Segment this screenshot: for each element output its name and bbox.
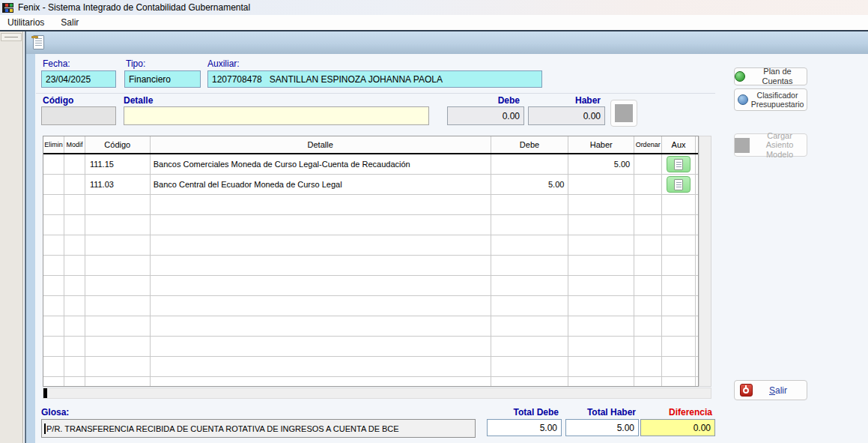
title-bar: Fenix - Sistema Integrado de Contabilida…	[0, 0, 868, 15]
header-aux[interactable]: Aux	[662, 136, 696, 153]
cell-modif[interactable]	[64, 154, 85, 174]
section-divider	[36, 93, 715, 94]
menu-utilitarios[interactable]: Utilitarios	[6, 16, 46, 29]
cell-elimin[interactable]	[43, 154, 64, 174]
dock-grip-handle[interactable]	[1, 33, 22, 41]
diferencia-value: 0.00	[640, 419, 715, 436]
table-row-empty[interactable]	[43, 235, 698, 256]
window-title: Fenix - Sistema Integrado de Contabilida…	[18, 2, 250, 13]
auxiliar-input[interactable]: 1207708478 SANTILLAN ESPINOZA JOHANNA PA…	[207, 70, 542, 88]
table-row-empty[interactable]	[43, 377, 698, 387]
auxiliar-label: Auxiliar:	[207, 58, 240, 69]
menu-salir[interactable]: Salir	[59, 16, 80, 29]
menu-bar: Utilitarios Salir	[0, 15, 868, 30]
entries-table: Elimin Modif Código Detalle Debe Haber O…	[43, 136, 699, 387]
cell-elimin[interactable]	[43, 175, 64, 194]
cell-debe: 5.00	[491, 175, 569, 194]
salir-label: Salir	[769, 385, 787, 396]
cell-ordenar[interactable]	[634, 175, 662, 194]
cell-codigo: 111.15	[85, 154, 151, 174]
cargar-asiento-label: Cargar Asiento Modelo	[753, 131, 807, 160]
total-haber-value: 5.00	[565, 419, 639, 436]
codigo-label: Código	[43, 95, 73, 106]
debe-label: Debe	[447, 95, 520, 106]
detalle-input[interactable]	[124, 106, 429, 125]
table-header-row: Elimin Modif Código Detalle Debe Haber O…	[43, 136, 698, 154]
diferencia-label: Diferencia	[640, 407, 712, 418]
tipo-label: Tipo:	[126, 58, 145, 69]
tipo-input[interactable]: Financiero	[124, 70, 201, 88]
header-detalle[interactable]: Detalle	[151, 136, 491, 153]
header-haber[interactable]: Haber	[568, 136, 634, 153]
table-row[interactable]: 111.15 Bancos Comerciales Moneda de Curs…	[43, 154, 698, 175]
clasificador-label: Clasificador Presupuestario	[751, 91, 804, 109]
cell-aux	[662, 154, 696, 174]
cell-modif[interactable]	[64, 175, 85, 194]
table-row-empty[interactable]	[43, 215, 698, 235]
app-logo-icon	[2, 2, 14, 13]
table-horizontal-scrollbar[interactable]	[43, 388, 711, 399]
aux-document-icon	[674, 159, 683, 170]
text-caret	[44, 424, 46, 434]
salir-button[interactable]: Salir	[734, 380, 807, 400]
table-empty-rows	[43, 195, 698, 387]
header-modif[interactable]: Modif	[64, 136, 85, 153]
header-ordenar[interactable]: Ordenar	[634, 136, 662, 153]
table-vertical-scrollbar[interactable]	[699, 136, 711, 387]
horizontal-scrollbar-thumb[interactable]	[43, 388, 47, 398]
glosa-label: Glosa:	[41, 407, 69, 418]
total-debe-value: 5.00	[487, 419, 562, 436]
detalle-label: Detalle	[124, 95, 153, 106]
plan-de-cuentas-button[interactable]: Plan de Cuentas	[734, 67, 807, 85]
cell-ordenar[interactable]	[634, 154, 662, 174]
add-entry-button[interactable]	[610, 100, 637, 127]
application-window: Fenix - Sistema Integrado de Contabilida…	[0, 0, 868, 443]
header-filler	[696, 136, 698, 153]
cell-detalle: Bancos Comerciales Moneda de Curso Legal…	[151, 154, 491, 174]
aux-button[interactable]	[667, 176, 691, 193]
gray-square-icon	[615, 104, 633, 122]
green-sphere-icon	[735, 71, 745, 82]
table-row-empty[interactable]	[43, 195, 698, 215]
journal-entry-document-icon[interactable]	[33, 35, 44, 49]
cargar-asiento-modelo-button[interactable]: Cargar Asiento Modelo	[734, 133, 807, 157]
header-debe[interactable]: Debe	[491, 136, 569, 153]
aux-document-icon	[674, 179, 683, 190]
cell-aux	[662, 175, 696, 194]
window-inner-border	[26, 54, 35, 443]
glosa-text: P/R. TRANSFERENCIA RECIBIDA DE CUENTA RO…	[46, 424, 399, 433]
codigo-input[interactable]	[41, 106, 116, 125]
fecha-input[interactable]: 23/04/2025	[41, 70, 116, 88]
gray-square-icon	[735, 138, 750, 153]
total-haber-label: Total Haber	[565, 407, 636, 418]
haber-input[interactable]: 0.00	[528, 106, 605, 125]
table-row[interactable]: 111.03 Banco Central del Ecuador Moneda …	[43, 175, 698, 195]
cell-detalle: Banco Central del Ecuador Moneda de Curs…	[151, 175, 491, 194]
table-row-empty[interactable]	[43, 316, 698, 337]
toolbar-band	[26, 31, 868, 54]
cell-haber: 5.00	[568, 154, 634, 174]
glosa-input[interactable]: P/R. TRANSFERENCIA RECIBIDA DE CUENTA RO…	[41, 419, 476, 438]
table-row-empty[interactable]	[43, 357, 698, 377]
table-row-empty[interactable]	[43, 256, 698, 276]
cell-haber	[568, 175, 634, 194]
total-debe-label: Total Debe	[487, 407, 559, 418]
left-dock-panel[interactable]	[0, 31, 23, 443]
plan-de-cuentas-label: Plan de Cuentas	[748, 67, 807, 85]
header-codigo[interactable]: Código	[85, 136, 151, 153]
haber-label: Haber	[528, 95, 601, 106]
cell-codigo: 111.03	[85, 175, 151, 194]
cell-debe	[491, 154, 569, 174]
power-icon	[740, 384, 753, 397]
fecha-label: Fecha:	[43, 58, 70, 69]
header-elimin[interactable]: Elimin	[43, 136, 64, 153]
blue-sphere-icon	[738, 94, 748, 105]
table-row-empty[interactable]	[43, 337, 698, 357]
clasificador-presupuestario-button[interactable]: Clasificador Presupuestario	[734, 88, 807, 111]
debe-input[interactable]: 0.00	[447, 106, 524, 125]
table-row-empty[interactable]	[43, 296, 698, 316]
aux-button[interactable]	[667, 156, 691, 172]
table-row-empty[interactable]	[43, 276, 698, 296]
